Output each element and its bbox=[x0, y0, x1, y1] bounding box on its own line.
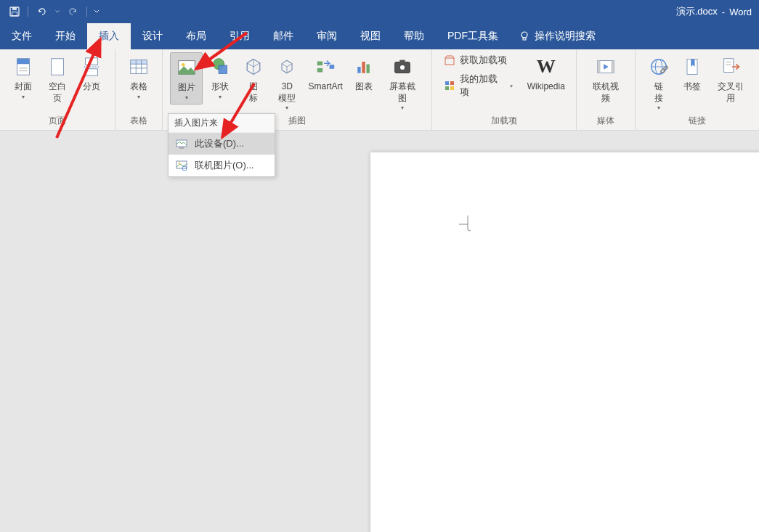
cover-page-button[interactable]: 封面 ▾ bbox=[7, 52, 39, 103]
svg-rect-46 bbox=[724, 59, 734, 73]
svg-rect-28 bbox=[367, 65, 370, 73]
svg-rect-23 bbox=[317, 62, 323, 66]
caret-icon: ▾ bbox=[401, 105, 404, 111]
svg-point-3 bbox=[521, 32, 527, 38]
screenshot-label: 屏幕截图 bbox=[386, 81, 419, 104]
picture-dropdown: 插入图片来 此设备(D)... 联机图片(O)... bbox=[168, 113, 275, 177]
table-icon bbox=[127, 55, 150, 78]
svg-rect-6 bbox=[17, 59, 30, 65]
svg-rect-26 bbox=[357, 67, 360, 73]
dropdown-item-label: 联机图片(O)... bbox=[195, 159, 254, 172]
undo-button[interactable] bbox=[34, 4, 49, 19]
bookmark-button[interactable]: 书签 bbox=[676, 52, 708, 96]
online-video-label: 联机视频 bbox=[588, 81, 622, 104]
link-label: 链 接 bbox=[654, 81, 663, 104]
customize-qat-button[interactable] bbox=[93, 4, 100, 19]
tab-view[interactable]: 视图 bbox=[349, 23, 392, 49]
group-addins: 获取加载项 我的加载项 ▾ W Wikipedia 加载项 bbox=[432, 49, 577, 130]
svg-rect-39 bbox=[612, 61, 614, 73]
group-links: 链 接 ▾ 书签 交叉引用 链接 bbox=[636, 49, 759, 130]
caret-icon: ▾ bbox=[137, 94, 140, 100]
chart-button[interactable]: 图表 bbox=[348, 52, 380, 96]
table-button[interactable]: 表格 ▾ bbox=[123, 52, 155, 103]
svg-rect-34 bbox=[450, 81, 454, 85]
icons-button[interactable]: 图 标 bbox=[238, 52, 269, 107]
save-button[interactable] bbox=[7, 4, 22, 19]
svg-rect-4 bbox=[523, 38, 526, 40]
wikipedia-label: Wikipedia bbox=[527, 81, 565, 93]
app-name: Word bbox=[729, 7, 752, 17]
addins-icon bbox=[444, 80, 455, 91]
tab-layout[interactable]: 布局 bbox=[174, 23, 218, 49]
my-addins-button[interactable]: 我的加载项 ▾ bbox=[439, 71, 518, 100]
group-pages: 封面 ▾ 空白页 分页 页面 bbox=[0, 49, 115, 130]
cross-reference-button[interactable]: 交叉引用 bbox=[710, 52, 752, 107]
wikipedia-button[interactable]: W Wikipedia bbox=[523, 52, 569, 96]
chart-icon bbox=[352, 55, 376, 78]
tell-me-search[interactable]: 操作说明搜索 bbox=[510, 23, 604, 49]
bookmark-label: 书签 bbox=[683, 81, 701, 93]
store-icon bbox=[444, 54, 455, 66]
lightbulb-icon bbox=[519, 30, 530, 42]
shapes-icon bbox=[208, 55, 232, 78]
smartart-button[interactable]: SmartArt bbox=[304, 52, 346, 96]
ribbon-tabs: 文件 开始 插入 设计 布局 引用 邮件 审阅 视图 帮助 PDF工具集 操作说… bbox=[0, 23, 759, 49]
undo-caret-icon[interactable] bbox=[54, 4, 60, 19]
page-break-button[interactable]: 分页 bbox=[76, 52, 107, 96]
online-video-button[interactable]: 联机视频 bbox=[584, 52, 627, 107]
tab-mailings[interactable]: 邮件 bbox=[261, 23, 305, 49]
caret-icon: ▾ bbox=[219, 94, 222, 100]
wikipedia-icon: W bbox=[535, 55, 558, 78]
tab-insert[interactable]: 插入 bbox=[87, 23, 131, 49]
link-button[interactable]: 链 接 ▾ bbox=[643, 52, 675, 114]
svg-rect-18 bbox=[131, 60, 147, 65]
smartart-label: SmartArt bbox=[309, 81, 343, 93]
get-addins-button[interactable]: 获取加载项 bbox=[439, 52, 518, 68]
dropdown-item-online[interactable]: 联机图片(O)... bbox=[169, 155, 275, 176]
picture-button[interactable]: 图片 ▾ bbox=[170, 52, 203, 105]
window-title: 演示.docx - Word bbox=[676, 0, 752, 23]
group-tables-label: 表格 bbox=[130, 115, 147, 128]
svg-rect-35 bbox=[445, 86, 449, 90]
separator bbox=[28, 7, 28, 17]
screenshot-button[interactable]: 屏幕截图 ▾ bbox=[381, 52, 423, 114]
tab-help[interactable]: 帮助 bbox=[392, 23, 436, 49]
group-media: 联机视频 媒体 bbox=[577, 49, 635, 130]
redo-button[interactable] bbox=[66, 4, 81, 19]
svg-rect-27 bbox=[362, 62, 365, 73]
bookmark-icon bbox=[681, 55, 704, 78]
dropdown-item-this-device[interactable]: 此设备(D)... bbox=[169, 133, 275, 155]
svg-rect-36 bbox=[450, 86, 454, 90]
picture-label: 图片 bbox=[178, 82, 195, 94]
tab-file[interactable]: 文件 bbox=[0, 23, 44, 49]
separator bbox=[86, 7, 87, 17]
group-links-label: 链接 bbox=[689, 115, 706, 128]
ribbon: 封面 ▾ 空白页 分页 页面 bbox=[0, 49, 759, 131]
tab-design[interactable]: 设计 bbox=[131, 23, 174, 49]
icons-label: 图 标 bbox=[249, 81, 258, 104]
picture-icon bbox=[175, 56, 198, 79]
get-addins-label: 获取加载项 bbox=[460, 54, 507, 67]
tab-pdf[interactable]: PDF工具集 bbox=[436, 23, 510, 49]
my-addins-label: 我的加载项 bbox=[460, 73, 506, 99]
document-name: 演示.docx bbox=[676, 5, 718, 18]
caret-icon: ▾ bbox=[22, 94, 25, 100]
svg-point-44 bbox=[662, 65, 667, 70]
blank-page-button[interactable]: 空白页 bbox=[41, 52, 74, 107]
tab-review[interactable]: 审阅 bbox=[305, 23, 349, 49]
3d-models-button[interactable]: 3D 模型 ▾ bbox=[271, 52, 303, 114]
svg-rect-24 bbox=[317, 68, 323, 73]
link-icon bbox=[647, 55, 670, 78]
svg-rect-33 bbox=[445, 81, 449, 85]
shapes-button[interactable]: 形状 ▾ bbox=[204, 52, 236, 103]
quick-access-toolbar bbox=[0, 4, 107, 19]
document-page[interactable] bbox=[370, 152, 759, 532]
group-illustrations-label: 插图 bbox=[288, 115, 306, 128]
group-addins-label: 加载项 bbox=[491, 115, 517, 128]
svg-rect-9 bbox=[52, 59, 64, 75]
dropdown-header: 插入图片来 bbox=[169, 114, 275, 133]
tab-references[interactable]: 引用 bbox=[218, 23, 261, 49]
icons-icon bbox=[242, 55, 265, 78]
tab-home[interactable]: 开始 bbox=[44, 23, 87, 49]
svg-point-20 bbox=[182, 63, 185, 67]
